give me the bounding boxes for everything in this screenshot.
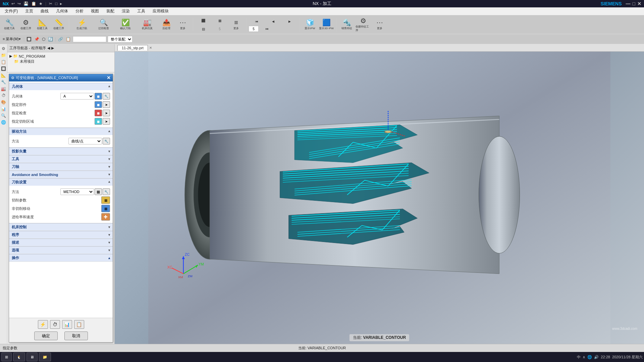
create-feature-btn[interactable]: ⚙ 创建特征工序: [355, 16, 371, 33]
specify-check-arrow-btn[interactable]: ➤: [103, 110, 110, 116]
create-geom-btn[interactable]: 📐 创建工具: [34, 16, 50, 33]
ops-more-btn[interactable]: ⋯ 更多: [175, 16, 191, 33]
sidebar-layers[interactable]: 📋: [1, 59, 7, 65]
geometry-select[interactable]: A: [60, 93, 94, 100]
verify-toolpath-btn[interactable]: ✅ 确认刀轨: [115, 16, 136, 33]
machine-sim-btn[interactable]: 🏭 机床仿真: [137, 16, 158, 33]
noncutting-btn[interactable]: ▦: [101, 205, 110, 212]
section-toolpath-header[interactable]: 刀轨设置 ▾: [9, 178, 113, 186]
window2-icon[interactable]: ▸: [60, 1, 62, 6]
tb2-icon4[interactable]: 🔄: [47, 36, 54, 42]
copy-icon[interactable]: 📋: [31, 1, 36, 6]
overcut-check-btn[interactable]: 🔍 过切检查: [93, 16, 114, 33]
cut-params-btn[interactable]: ▦: [101, 196, 110, 204]
sidebar-settings[interactable]: ⚙: [1, 46, 7, 52]
sidebar-nav[interactable]: 📁: [1, 52, 7, 58]
scope-select[interactable]: 整个装配: [108, 36, 132, 43]
tp-grid-btn[interactable]: ▦: [95, 188, 102, 195]
geometry-wrench-btn[interactable]: 🔧: [103, 93, 110, 100]
tp-method-select[interactable]: METHOD: [60, 188, 94, 195]
section-drive-header[interactable]: 驱动方法 ▾: [9, 128, 113, 135]
dlg-icon-time-btn[interactable]: ⏱: [50, 320, 60, 329]
dialog-close-btn[interactable]: ✕: [107, 75, 111, 80]
redo-icon[interactable]: ↪: [17, 1, 21, 6]
create-op-btn[interactable]: ⚙ 创建工序: [18, 16, 34, 33]
sidebar-bodies[interactable]: 🔲: [1, 66, 7, 72]
section-actions-header[interactable]: 操作 ▴: [9, 254, 113, 261]
sidebar-sections[interactable]: 📐: [1, 72, 7, 78]
create-tool-btn[interactable]: 🔧 创建刀具: [1, 16, 17, 33]
menu-geometry[interactable]: 几何体: [53, 8, 71, 15]
dlg-icon-copy-btn[interactable]: 📋: [74, 320, 84, 329]
anim-prev-btn[interactable]: ◀: [265, 17, 281, 25]
section-avoidance-header[interactable]: Avoidance and Smoothing ▾: [9, 171, 113, 178]
viewport-tab-label[interactable]: 11-26_stp.prt: [117, 45, 148, 51]
sidebar-more2[interactable]: 🏭: [1, 86, 7, 92]
dlg-icon-toolpath-btn[interactable]: ⚡: [38, 320, 48, 329]
post-process-btn[interactable]: 📤 后处理: [158, 16, 174, 33]
tb2-icon1[interactable]: 🔲: [26, 36, 32, 42]
tp-wrench-btn[interactable]: 🔧: [103, 188, 110, 195]
anim-fwd-btn[interactable]: ⏭: [259, 26, 275, 32]
section-program-header[interactable]: 程序 ▾: [9, 231, 113, 238]
confirm-btn[interactable]: 确定: [34, 331, 58, 340]
menu-view[interactable]: 视图: [88, 8, 102, 15]
disp-btn2[interactable]: ▦: [212, 16, 228, 24]
dlg-icon-chart-btn[interactable]: 📊: [62, 320, 72, 329]
menu-toggle[interactable]: ≡ 菜单(M)▾: [1, 36, 22, 42]
section-geometry-header[interactable]: 几何体 ▾: [9, 83, 113, 90]
taskbar-monitor-btn[interactable]: 🖥: [26, 353, 38, 361]
taskbar-penguin-btn[interactable]: 🐧: [13, 353, 25, 361]
systray-expand[interactable]: ∧: [583, 355, 585, 359]
dialog-titlebar[interactable]: ⚙ 可变轮廓铣 - [VARIABLE_CONTOUR] ✕: [9, 74, 113, 81]
show-ipw-btn[interactable]: 🧊 显示IPW: [302, 16, 318, 33]
menu-tools[interactable]: 工具: [134, 8, 149, 15]
disp-btn1[interactable]: ⬛: [195, 16, 211, 24]
specify-cut-region-cyan-btn[interactable]: ◼: [95, 118, 102, 125]
drive-method-wrench-btn[interactable]: 🔧: [103, 138, 110, 144]
sidebar-more7[interactable]: 🌐: [1, 119, 7, 125]
menu-analysis[interactable]: 分析: [72, 8, 87, 15]
minimize-btn[interactable]: —: [626, 1, 631, 6]
viewport[interactable]: 11-26_stp.prt ✕: [115, 44, 644, 344]
viewport-tab-close[interactable]: ✕: [149, 46, 152, 50]
sidebar-more5[interactable]: 📊: [1, 106, 7, 112]
sidebar-more1[interactable]: 🔧: [1, 79, 7, 85]
feedrate-btn[interactable]: ✚: [101, 213, 110, 221]
section-description-header[interactable]: 描述 ▾: [9, 239, 113, 246]
cut-icon[interactable]: ✂: [49, 1, 52, 6]
section-toolaxis-header[interactable]: 刀轴 ▾: [9, 163, 113, 170]
section-machine-ctrl-header[interactable]: 机床控制 ▾: [9, 223, 113, 231]
section-tool-header[interactable]: 工具 ▾: [9, 155, 113, 163]
tree-row-unused[interactable]: 📁 未用项目: [9, 59, 113, 64]
tree-row-nc[interactable]: ▶ 📁 NC_PROGRAM: [9, 54, 113, 59]
section-options-header[interactable]: 选项 ▾: [9, 246, 113, 254]
start-button[interactable]: ⊞: [1, 353, 12, 361]
tb2-icon2[interactable]: 📌: [34, 36, 40, 42]
speed-input[interactable]: [249, 26, 259, 32]
menu-modules[interactable]: 应用模块: [149, 8, 172, 15]
menu-assembly[interactable]: 装配: [103, 8, 118, 15]
tb2-icon5[interactable]: 🔗: [57, 36, 64, 42]
anim-play-btn[interactable]: ▶: [281, 17, 298, 25]
close-btn[interactable]: ✕: [637, 1, 641, 6]
section-projection-header[interactable]: 投影矢量 ▾: [9, 147, 113, 155]
geometry-box-btn[interactable]: ◼: [95, 93, 102, 100]
menu-render[interactable]: 渲染: [118, 8, 133, 15]
gen-toolpath-btn[interactable]: ⚡ 生成刀轨: [71, 16, 93, 33]
sidebar-more4[interactable]: 🎨: [1, 99, 7, 105]
menu-home[interactable]: 主页: [22, 8, 37, 15]
disp-more-btn[interactable]: ≡ 更多: [228, 16, 244, 33]
sidebar-more6[interactable]: 🔍: [1, 113, 7, 119]
search-input[interactable]: [73, 36, 106, 42]
taskbar-folder-btn[interactable]: 📁: [39, 353, 51, 361]
menu-file[interactable]: 文件(F): [1, 8, 21, 15]
panel-expand-btn[interactable]: ▶: [51, 46, 54, 50]
sidebar-more3[interactable]: ⏱: [1, 93, 7, 99]
specify-part-blue-btn[interactable]: ◼: [95, 101, 102, 108]
tb2-icon6[interactable]: 📋: [65, 36, 71, 42]
save-icon[interactable]: 💾: [23, 1, 29, 6]
cancel-btn[interactable]: 取消: [64, 331, 88, 340]
specify-cut-region-arrow-btn[interactable]: ➤: [103, 118, 110, 125]
panel-collapse-btn[interactable]: ◀: [47, 46, 50, 50]
